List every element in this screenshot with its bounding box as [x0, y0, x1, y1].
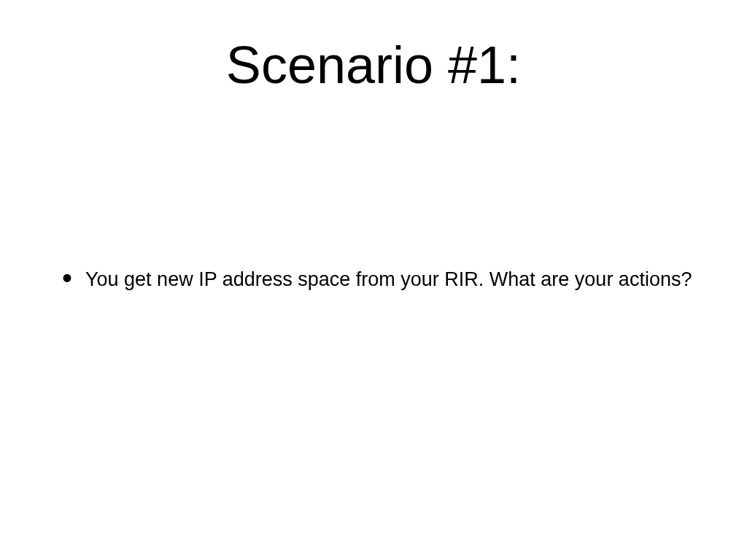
list-item: • You get new IP address space from your… [62, 266, 703, 292]
bullet-icon: • [62, 271, 72, 285]
bullet-list: • You get new IP address space from your… [62, 266, 703, 292]
slide: Scenario #1: • You get new IP address sp… [0, 0, 747, 560]
slide-title: Scenario #1: [0, 35, 747, 95]
bullet-text: You get new IP address space from your R… [85, 266, 692, 292]
